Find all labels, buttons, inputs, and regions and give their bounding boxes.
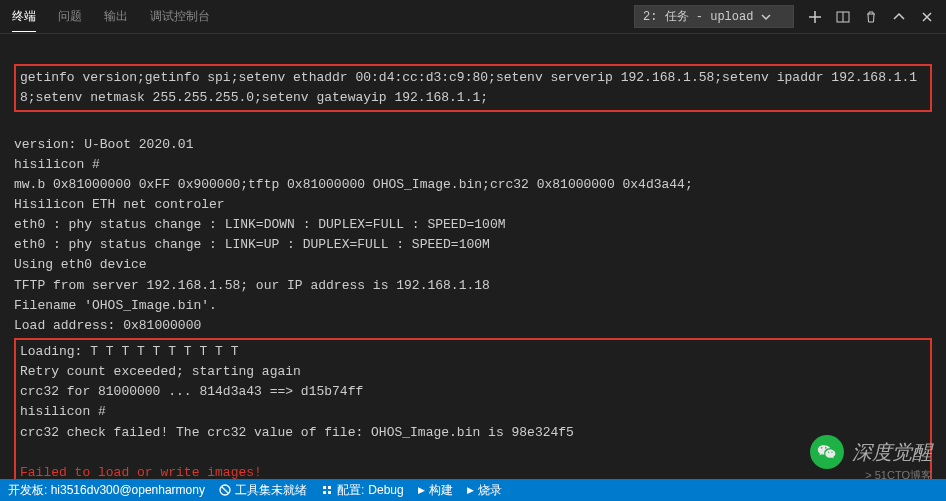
terminal-line: getinfo version;getinfo spi;setenv ethad…	[20, 70, 917, 105]
status-toolset-label: 工具集未就绪	[235, 482, 307, 499]
terminal-output[interactable]: getinfo version;getinfo spi;setenv ethad…	[0, 34, 946, 501]
settings-icon	[321, 484, 333, 496]
status-build[interactable]: ▶ 构建	[418, 482, 453, 499]
highlight-box-1: getinfo version;getinfo spi;setenv ethad…	[14, 64, 932, 112]
maximize-panel-icon[interactable]	[892, 10, 906, 24]
wechat-icon	[810, 435, 844, 469]
terminal-line: version: U-Boot 2020.01 hisilicon # mw.b…	[14, 137, 693, 333]
terminal-line: Loading: T T T T T T T T T T Retry count…	[20, 344, 574, 440]
status-burn[interactable]: ▶ 烧录	[467, 482, 502, 499]
task-selector[interactable]: 2: 任务 - upload	[634, 5, 794, 28]
block-icon	[219, 484, 231, 496]
chevron-down-icon	[761, 12, 771, 22]
watermark: 深度觉醒	[810, 435, 932, 469]
status-config[interactable]: 配置: Debug	[321, 482, 404, 499]
svg-rect-5	[328, 486, 331, 489]
trash-icon[interactable]	[864, 10, 878, 24]
svg-rect-6	[323, 491, 326, 494]
status-toolset[interactable]: 工具集未就绪	[219, 482, 307, 499]
status-config-value: Debug	[368, 483, 403, 497]
svg-rect-7	[328, 491, 331, 494]
status-config-label: 配置:	[337, 482, 364, 499]
tab-terminal[interactable]: 终端	[12, 2, 36, 32]
close-panel-icon[interactable]	[920, 10, 934, 24]
new-terminal-icon[interactable]	[808, 10, 822, 24]
status-board[interactable]: 开发板: hi3516dv300@openharmony	[8, 482, 205, 499]
svg-rect-4	[323, 486, 326, 489]
play-icon: ▶	[467, 485, 474, 495]
play-icon: ▶	[418, 485, 425, 495]
panel-tabs: 终端 问题 输出 调试控制台	[12, 2, 210, 32]
watermark-text: 深度觉醒	[852, 439, 932, 466]
task-selector-label: 2: 任务 - upload	[643, 8, 753, 25]
svg-line-3	[221, 487, 228, 494]
status-burn-label: 烧录	[478, 482, 502, 499]
highlight-box-2: Loading: T T T T T T T T T T Retry count…	[14, 338, 932, 487]
status-bar: 开发板: hi3516dv300@openharmony 工具集未就绪 配置: …	[0, 479, 946, 501]
tab-problems[interactable]: 问题	[58, 2, 82, 32]
panel-header: 终端 问题 输出 调试控制台 2: 任务 - upload	[0, 0, 946, 34]
tab-output[interactable]: 输出	[104, 2, 128, 32]
terminal-error-line: Failed to load or write images!	[20, 465, 262, 480]
tab-debug-console[interactable]: 调试控制台	[150, 2, 210, 32]
status-build-label: 构建	[429, 482, 453, 499]
split-terminal-icon[interactable]	[836, 10, 850, 24]
